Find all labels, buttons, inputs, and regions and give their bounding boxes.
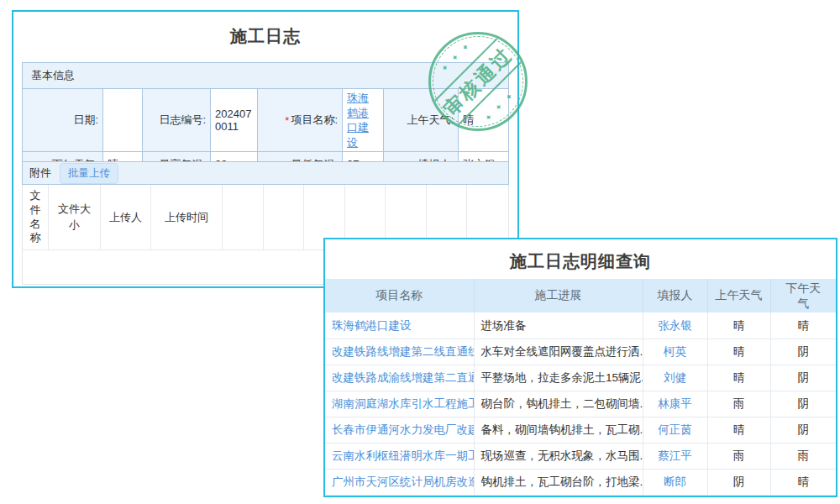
cell-progress: 备料，砌间墙钩机排土，瓦工砌...	[474, 417, 643, 443]
cell-progress: 现场巡查，无积水现象，水马围...	[474, 443, 643, 469]
detail-panel-title: 施工日志明细查询	[325, 239, 836, 279]
cell-reporter: 林康平	[643, 391, 707, 417]
col-header-progress: 施工进展	[474, 279, 643, 312]
cell-am-weather: 晴	[707, 339, 770, 365]
date-value	[103, 89, 143, 151]
cell-project: 云南水利枢纽潜明水库一期工程	[325, 443, 474, 469]
cell-progress: 进场准备	[474, 312, 643, 339]
cell-project: 湖南洞庭湖水库引水工程施工	[325, 391, 474, 417]
cell-project: 长春市伊通河水力发电厂改建工程	[325, 417, 474, 443]
required-asterisk: *	[285, 114, 289, 127]
cell-pm-weather: 晴	[770, 469, 836, 495]
table-row: 长春市伊通河水力发电厂改建工程 备料，砌间墙钩机排土，瓦工砌... 何正茵 晴 …	[325, 417, 836, 443]
reporter-link[interactable]: 林康平	[658, 397, 692, 410]
page-title: 施工日志	[13, 25, 517, 48]
cell-am-weather: 阴	[707, 469, 770, 495]
cell-reporter: 刘健	[643, 365, 707, 391]
project-name-value: 珠海鹤港口建设	[343, 89, 384, 151]
cell-reporter: 断郎	[643, 469, 707, 495]
table-header-row: 项目名称 施工进展 填报人 上午天气 下午天气	[325, 279, 836, 312]
date-label: 日期:	[23, 89, 103, 151]
log-detail-query-panel: 施工日志明细查询 项目名称 施工进展 填报人 上午天气 下午天气 珠海鹤港口建设…	[323, 238, 837, 497]
project-name-label-text: 项目名称:	[291, 113, 338, 128]
col-upload-time: 上传时间	[151, 185, 223, 249]
attachments-label: 附件	[29, 165, 51, 181]
col-uploader: 上传人	[101, 185, 151, 249]
table-row: 改建铁路线增建第二线直通线 水车对全线遮阳网覆盖点进行洒... 柯英 晴 阴	[325, 339, 836, 365]
table-row: 珠海鹤港口建设 进场准备 张永银 晴 晴	[325, 312, 836, 339]
reporter-link[interactable]: 张永银	[658, 319, 692, 332]
batch-upload-button[interactable]: 批量上传	[60, 163, 118, 184]
project-link[interactable]: 改建铁路线增建第二线直通线	[332, 345, 474, 358]
cell-progress: 水车对全线遮阳网覆盖点进行洒...	[474, 339, 643, 365]
col-empty	[223, 185, 264, 249]
log-detail-table: 项目名称 施工进展 填报人 上午天气 下午天气 珠海鹤港口建设 进场准备 张永银…	[325, 279, 836, 496]
cell-am-weather: 雨	[707, 443, 770, 469]
cell-project: 广州市天河区统计局机房改造项目	[325, 469, 474, 495]
cell-pm-weather: 雨	[770, 443, 836, 469]
cell-project: 改建铁路成渝线增建第二直通线	[325, 365, 474, 391]
cell-am-weather: 晴	[707, 365, 770, 391]
project-link[interactable]: 珠海鹤港口建设	[332, 319, 412, 332]
col-header-pm-weather: 下午天气	[770, 279, 836, 312]
col-header-reporter: 填报人	[643, 279, 707, 312]
cell-pm-weather: 晴	[770, 312, 836, 339]
table-row: 广州市天河区统计局机房改造项目 钩机排土，瓦工砌台阶，打地梁... 断郎 阴 晴	[325, 469, 836, 495]
cell-pm-weather: 阴	[770, 391, 836, 417]
cell-reporter: 张永银	[643, 312, 707, 339]
cell-reporter: 柯英	[643, 339, 707, 365]
table-row: 云南水利枢纽潜明水库一期工程 现场巡查，无积水现象，水马围... 蔡江平 雨 雨	[325, 443, 836, 469]
basic-info-header: 基本信息	[23, 63, 508, 89]
log-number-value: 2024070011	[211, 89, 258, 151]
reporter-link[interactable]: 断郎	[664, 475, 686, 488]
col-file-name: 文件名称	[23, 185, 49, 249]
log-number-label: 日志编号:	[143, 89, 211, 151]
project-link[interactable]: 云南水利枢纽潜明水库一期工程	[332, 449, 474, 462]
table-row: 湖南洞庭湖水库引水工程施工 砌台阶，钩机排土，二包砌间墙... 林康平 雨 阴	[325, 391, 836, 417]
project-link[interactable]: 广州市天河区统计局机房改造项目	[332, 475, 474, 488]
cell-pm-weather: 阴	[770, 339, 836, 365]
col-file-size: 文件大小	[49, 185, 101, 249]
cell-progress: 平整场地，拉走多余泥土15辆泥...	[474, 365, 643, 391]
cell-progress: 钩机排土，瓦工砌台阶，打地梁...	[474, 469, 643, 495]
reporter-link[interactable]: 蔡江平	[658, 449, 692, 462]
project-link[interactable]: 改建铁路成渝线增建第二直通线	[332, 371, 474, 384]
project-name-label: * 项目名称:	[258, 89, 343, 151]
cell-pm-weather: 阴	[770, 417, 836, 443]
project-link[interactable]: 长春市伊通河水力发电厂改建工程	[332, 423, 474, 436]
cell-reporter: 蔡江平	[643, 443, 707, 469]
cell-progress: 砌台阶，钩机排土，二包砌间墙...	[474, 391, 643, 417]
col-header-project: 项目名称	[325, 279, 474, 312]
reporter-link[interactable]: 何正茵	[658, 423, 692, 436]
cell-reporter: 何正茵	[643, 417, 707, 443]
project-link[interactable]: 湖南洞庭湖水库引水工程施工	[332, 397, 474, 410]
table-row: 改建铁路成渝线增建第二直通线 平整场地，拉走多余泥土15辆泥... 刘健 晴 阴	[325, 365, 836, 391]
am-weather-label: 上午天气:	[384, 89, 459, 151]
project-link[interactable]: 珠海鹤港口建设	[347, 91, 379, 150]
am-weather-value: 晴	[459, 89, 508, 151]
cell-am-weather: 雨	[707, 391, 770, 417]
cell-am-weather: 晴	[707, 312, 770, 339]
attachments-header-bar: 附件 批量上传	[22, 161, 509, 185]
reporter-link[interactable]: 柯英	[664, 345, 686, 358]
cell-project: 珠海鹤港口建设	[325, 312, 474, 339]
cell-am-weather: 晴	[707, 417, 770, 443]
reporter-link[interactable]: 刘健	[664, 371, 686, 384]
cell-project: 改建铁路线增建第二线直通线	[325, 339, 474, 365]
cell-pm-weather: 阴	[770, 365, 836, 391]
col-header-am-weather: 上午天气	[707, 279, 770, 312]
col-empty	[264, 185, 305, 249]
basic-info-section: 基本信息 日期: 日志编号: 2024070011 * 项目名称: 珠海鹤港口建…	[22, 62, 509, 177]
